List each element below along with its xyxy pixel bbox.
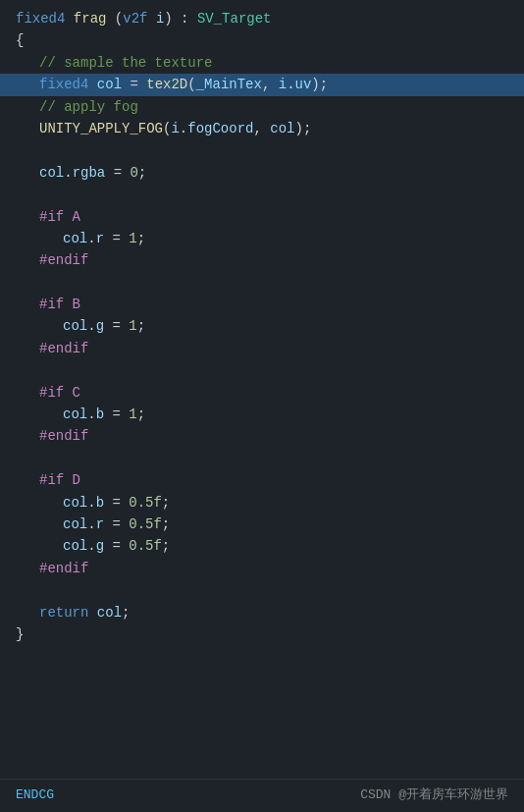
plain-text: . [87, 492, 95, 514]
plain-text [88, 602, 96, 623]
footer-endcg: ENDCG [16, 785, 54, 806]
footer: ENDCG CSDN @开着房车环游世界 [0, 779, 524, 812]
code-line-blank [0, 272, 524, 294]
plain-text: ; [137, 228, 145, 249]
comment: // sample the texture [39, 52, 212, 74]
code-line: col . r = 0.5f ; [0, 514, 524, 535]
number-half: 0.5f [129, 514, 162, 535]
code-line: } [0, 623, 524, 645]
number-half: 0.5f [129, 535, 162, 557]
code-line-blank [0, 139, 524, 161]
preprocessor-if-c: #if C [39, 382, 80, 404]
code-line: fixed4 frag ( v2f i ) : SV_Target [0, 8, 524, 29]
plain-text: . [287, 74, 294, 95]
code-line: #if A [0, 206, 524, 228]
keyword-builtin: SV_Target [197, 8, 272, 29]
number-one: 1 [129, 404, 136, 425]
preprocessor-if-d: #if D [39, 469, 80, 491]
plain-text: = [104, 492, 129, 514]
plain-text: ; [122, 602, 130, 623]
plain-text: , [253, 118, 270, 139]
function-name: frag [74, 8, 107, 29]
code-line: #endif [0, 249, 524, 271]
code-line: col . r = 1 ; [0, 228, 524, 249]
code-line: #if C [0, 382, 524, 404]
code-line-blank [0, 359, 524, 381]
preprocessor-endif-c: #endif [39, 425, 88, 447]
texture-name: _MainTex [196, 74, 262, 95]
footer-attribution: CSDN @开着房车环游世界 [360, 785, 508, 806]
code-line: #if B [0, 294, 524, 315]
keyword-type: fixed4 [16, 8, 65, 29]
plain-text: . [87, 315, 95, 337]
preprocessor-endif: #endif [39, 249, 88, 271]
code-line: #if D [0, 469, 524, 491]
plain-text: ); [311, 74, 328, 95]
plain-text: . [87, 514, 95, 535]
variable-col: col [63, 315, 87, 337]
number-one: 1 [129, 315, 136, 337]
variable-col: col [39, 162, 64, 184]
property-b: b [96, 492, 104, 514]
plain-text [65, 8, 73, 29]
plain-text: ; [162, 514, 170, 535]
code-line-highlighted: fixed4 col = tex2D ( _MainTex , i . uv )… [0, 74, 524, 95]
plain-text: { [16, 29, 24, 51]
code-line: #endif [0, 338, 524, 359]
plain-text: = [104, 404, 129, 425]
plain-text: . [87, 535, 95, 557]
property-r: r [96, 228, 104, 249]
preprocessor-endif-d: #endif [39, 558, 88, 579]
property-r: r [96, 514, 104, 535]
code-editor: fixed4 frag ( v2f i ) : SV_Target { // s… [0, 0, 524, 812]
code-line: #endif [0, 425, 524, 447]
plain-text: ( [163, 118, 171, 139]
plain-text: . [64, 162, 72, 184]
plain-text [147, 8, 155, 29]
code-line-blank [0, 184, 524, 205]
plain-text: . [180, 118, 187, 139]
number-zero: 0 [130, 162, 137, 184]
plain-text: = [104, 514, 129, 535]
code-line: col . g = 0.5f ; [0, 535, 524, 557]
plain-text: = [122, 74, 146, 95]
keyword-type: v2f [123, 8, 147, 29]
code-line: col . b = 0.5f ; [0, 492, 524, 514]
variable-col: col [97, 602, 122, 623]
plain-text: } [16, 623, 24, 645]
plain-text: , [262, 74, 279, 95]
comment: // apply fog [39, 96, 138, 118]
function-tex2d: tex2D [146, 74, 187, 95]
plain-text: ; [162, 492, 170, 514]
number-one: 1 [129, 228, 136, 249]
plain-text [88, 74, 96, 95]
variable-col: col [63, 228, 87, 249]
code-line: col . rgba = 0 ; [0, 162, 524, 184]
plain-text: . [87, 228, 95, 249]
variable-uv: i [279, 74, 287, 95]
code-line: col . g = 1 ; [0, 315, 524, 337]
code-line: // sample the texture [0, 52, 524, 74]
plain-text: ); [295, 118, 312, 139]
code-line: col . b = 1 ; [0, 404, 524, 425]
code-line: { [0, 29, 524, 51]
variable-col: col [63, 514, 87, 535]
code-line: #endif [0, 558, 524, 579]
property-b: b [96, 404, 104, 425]
plain-text: = [104, 535, 129, 557]
variable-name: i [156, 8, 164, 29]
macro-unity-fog: UNITY_APPLY_FOG [39, 118, 163, 139]
property-rgba: rgba [73, 162, 106, 184]
code-line: UNITY_APPLY_FOG ( i . fogCoord , col ); [0, 118, 524, 139]
plain-text: = [105, 162, 130, 184]
plain-text: ( [106, 8, 123, 29]
preprocessor-if-b: #if B [39, 294, 80, 315]
number-half: 0.5f [129, 492, 162, 514]
variable-i: i [171, 118, 179, 139]
property-g: g [96, 315, 104, 337]
plain-text: ( [187, 74, 195, 95]
preprocessor-endif-b: #endif [39, 338, 88, 359]
plain-text: ; [137, 315, 145, 337]
keyword-type: fixed4 [39, 74, 88, 95]
variable-col: col [270, 118, 294, 139]
